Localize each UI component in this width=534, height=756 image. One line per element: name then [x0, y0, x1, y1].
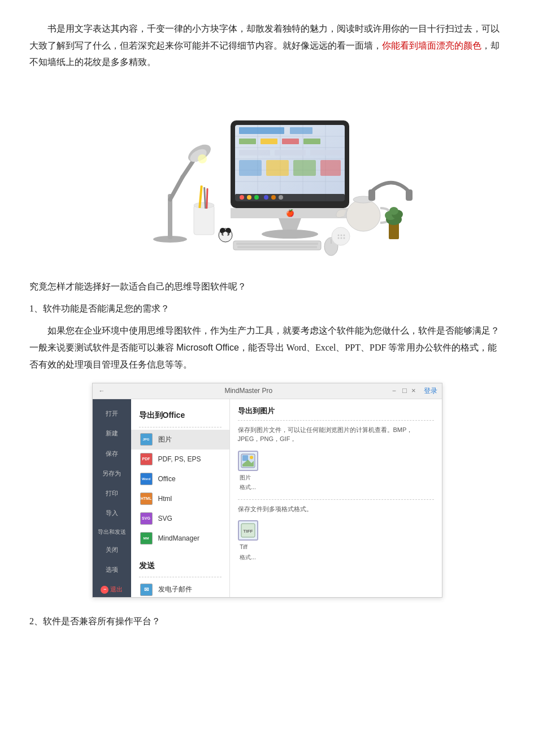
html-file-icon: HTML [140, 493, 153, 505]
sidebar-item-export[interactable]: 导出和发送 [93, 524, 131, 540]
save-formats-desc: 保存文件到多项格式格式。 [238, 504, 434, 514]
item2-title: 2、软件是否兼容所有操作平台？ [29, 614, 505, 630]
svg-rect-31 [275, 150, 306, 155]
email-label: 发电子邮件 [158, 584, 192, 595]
menu-item-office[interactable]: Word Office [131, 469, 229, 489]
item1-title-text: 1、软件功能是否能满足您的需求？ [29, 304, 170, 313]
page-content: 书是用文字表达其内容，千变一律的小方块字体，却散发着独特的魅力，阅读时或许用你的… [0, 0, 534, 650]
svg-point-58 [343, 234, 345, 236]
svg-point-47 [262, 230, 318, 239]
exit-icon: － [101, 586, 108, 594]
window-back-button[interactable]: ← [97, 386, 107, 396]
main-panel: 导出到Office JPG 图片 PDF PDF, PS [131, 399, 442, 597]
login-link[interactable]: 登录 [424, 385, 437, 397]
svg-rect-34 [266, 160, 289, 176]
svg-label: SVG [158, 513, 172, 525]
svg-point-40 [254, 195, 259, 200]
app-screenshot: ← MindMaster Pro － □ × 登录 打开 新建 保存 另存为 打… [92, 383, 442, 598]
image-format-icon [238, 451, 258, 471]
svg-rect-35 [293, 160, 316, 176]
window-minimize[interactable]: － [390, 385, 398, 398]
left-panel: 导出到Office JPG 图片 PDF PDF, PS [131, 399, 230, 597]
right-export-desc: 保存到图片文件，可以让任何能浏览图片的计算机查看。BMP，JPEG，PNG，GI… [238, 425, 434, 444]
svg-point-74 [223, 232, 228, 236]
tiff-format-row: TIFF Tiff格式... [238, 520, 434, 562]
svg-rect-27 [261, 139, 277, 144]
svg-point-42 [271, 195, 276, 200]
sidebar-item-exit[interactable]: － 退出 [93, 580, 131, 599]
svg-point-43 [279, 195, 283, 200]
sidebar-item-print[interactable]: 打印 [93, 483, 131, 503]
menu-item-email[interactable]: ✉ 发电子邮件 [131, 580, 229, 599]
tiff-format-icon: TIFF [238, 520, 258, 541]
office-file-icon: Word [140, 473, 153, 485]
image-label: 图片 [158, 434, 172, 446]
svg-rect-29 [303, 139, 320, 144]
tiff-format-label: Tiff格式... [240, 542, 255, 562]
svg-point-56 [337, 234, 339, 236]
pdf-label: PDF, PS, EPS [158, 453, 201, 465]
window-close[interactable]: × [411, 385, 416, 398]
tiff-format-item[interactable]: TIFF Tiff格式... [238, 520, 258, 562]
svg-point-61 [343, 237, 345, 239]
html-label: Html [158, 493, 172, 505]
email-icon-wrap: ✉ [139, 584, 154, 595]
app-title-bar: ← MindMaster Pro － □ × 登录 [93, 383, 442, 399]
menu-item-pdf[interactable]: PDF PDF, PS, EPS [131, 450, 229, 469]
right-export-title: 导出到图片 [238, 405, 434, 418]
pdf-icon-wrap: PDF [139, 453, 154, 465]
svg-rect-49 [236, 243, 318, 245]
sidebar-item-options[interactable]: 选项 [93, 560, 131, 580]
svg-point-7 [198, 154, 207, 163]
app-body: 打开 新建 保存 另存为 打印 导入 导出和发送 关闭 选项 － 退出 导 [93, 399, 442, 597]
sidebar-item-close[interactable]: 关闭 [93, 540, 131, 560]
sidebar-item-save-as[interactable]: 另存为 [93, 464, 131, 483]
item1-body: 如果您在企业环境中使用思维导图软件，作为生产力工具，就要考虑这个软件能为您做什么… [29, 322, 505, 373]
svg-point-77 [250, 456, 253, 459]
svg-point-60 [340, 237, 342, 239]
menu-item-html[interactable]: HTML Html [131, 489, 229, 509]
app-title: MindMaster Pro [107, 385, 391, 397]
intro-paragraph: 书是用文字表达其内容，千变一律的小方块字体，却散发着独特的魅力，阅读时或许用你的… [29, 20, 505, 71]
image-format-item[interactable]: 图片格式... [238, 451, 258, 493]
svg-rect-26 [239, 139, 256, 144]
svg-point-38 [240, 195, 244, 200]
office-label: Office [158, 473, 176, 485]
item1-title: 1、软件功能是否能满足您的需求？ [29, 301, 505, 317]
send-divider [139, 577, 222, 577]
window-maximize[interactable]: □ [402, 385, 407, 398]
menu-item-mindmanager[interactable]: MM MindManager [131, 529, 229, 548]
svg-rect-32 [310, 150, 341, 155]
svg-rect-28 [282, 139, 299, 144]
mm-label: MindManager [158, 533, 199, 545]
exit-label: 退出 [110, 584, 123, 595]
svg-rect-50 [237, 246, 317, 248]
item2-title-text: 2、软件是否兼容所有操作平台？ [29, 616, 160, 626]
svg-rect-68 [406, 189, 413, 201]
export-section-title: 导出到Office [131, 405, 229, 425]
svg-rect-76 [242, 455, 248, 461]
menu-item-svg[interactable]: SVG SVG [131, 509, 229, 529]
mm-icon-wrap: MM [139, 533, 154, 544]
window-controls[interactable]: ← [97, 386, 107, 396]
question-text: 究竟怎样才能选择好一款适合自己的思维导图软件呢？ [29, 282, 246, 291]
sidebar-item-save[interactable]: 保存 [93, 444, 131, 464]
svg-rect-37 [235, 194, 345, 201]
svg-text:TIFF: TIFF [243, 529, 253, 534]
menu-item-image[interactable]: JPG 图片 [131, 430, 229, 450]
office-icon-wrap: Word [139, 473, 154, 485]
desktop-scene: 🍎 [29, 87, 505, 262]
intro-highlight: 你能看到墙面漂亮的颜色 [382, 41, 481, 50]
svg-rect-48 [233, 241, 321, 250]
sidebar-item-import[interactable]: 导入 [93, 503, 131, 523]
desktop-illustration: 🍎 [120, 87, 414, 262]
app-sidebar: 打开 新建 保存 另存为 打印 导入 导出和发送 关闭 选项 － 退出 [93, 399, 131, 597]
image-format-row: 图片格式... [238, 451, 434, 493]
sidebar-item-new[interactable]: 新建 [93, 424, 131, 443]
svg-point-53 [346, 200, 380, 231]
svg-rect-33 [239, 160, 262, 176]
sidebar-item-open[interactable]: 打开 [93, 404, 131, 424]
html-icon-wrap: HTML [139, 493, 154, 504]
svg-point-57 [340, 234, 342, 236]
svg-rect-30 [239, 150, 270, 155]
